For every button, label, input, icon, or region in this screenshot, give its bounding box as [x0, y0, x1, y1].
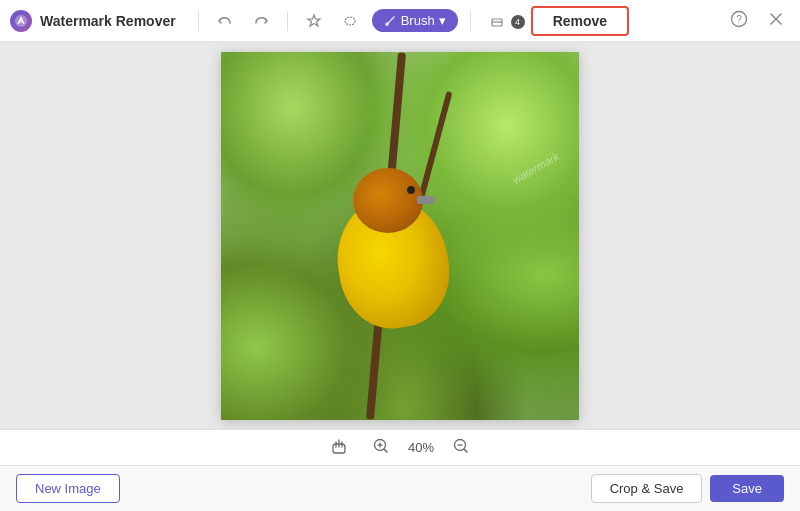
svg-line-17 — [464, 449, 467, 452]
bird-body — [328, 168, 458, 328]
redo-button[interactable] — [247, 9, 275, 33]
svg-marker-2 — [308, 15, 320, 26]
watermark-overlay: watermark — [510, 150, 560, 186]
footer: New Image Crop & Save Save — [0, 465, 800, 511]
zoom-out-button[interactable] — [446, 435, 476, 461]
help-button[interactable]: ? — [724, 6, 754, 36]
brush-chevron-icon: ▾ — [439, 13, 446, 28]
crop-save-button[interactable]: Crop & Save — [591, 474, 703, 503]
remove-button[interactable]: Remove — [531, 6, 629, 36]
main-canvas: watermark — [0, 42, 800, 429]
lasso-tool-button[interactable] — [336, 9, 364, 33]
app-title: Watermark Remover — [40, 13, 176, 29]
title-bar: Watermark Remover Brush ▾ — [0, 0, 800, 42]
close-button[interactable] — [762, 7, 790, 35]
zoom-toolbar: 40% — [0, 429, 800, 465]
svg-text:?: ? — [736, 14, 742, 25]
svg-point-4 — [385, 22, 389, 26]
divider-2 — [287, 11, 288, 31]
notification-badge: 4 — [511, 15, 525, 29]
hand-tool-button[interactable] — [324, 435, 354, 461]
bird-eye — [407, 186, 415, 194]
zoom-in-button[interactable] — [366, 435, 396, 461]
divider-1 — [198, 11, 199, 31]
bird-beak — [417, 196, 435, 204]
divider-3 — [470, 11, 471, 31]
image-container[interactable]: watermark — [221, 52, 579, 420]
zoom-level-text: 40% — [408, 440, 434, 455]
brush-label: Brush — [401, 13, 435, 28]
svg-line-14 — [384, 449, 387, 452]
svg-point-3 — [345, 17, 355, 25]
new-image-button[interactable]: New Image — [16, 474, 120, 503]
eraser-tool-button[interactable] — [483, 9, 511, 33]
bird-head — [353, 168, 423, 233]
undo-button[interactable] — [211, 9, 239, 33]
star-tool-button[interactable] — [300, 9, 328, 33]
bird-image: watermark — [221, 52, 579, 420]
brush-tool-button[interactable]: Brush ▾ — [372, 9, 458, 32]
svg-point-1 — [19, 19, 23, 23]
save-button[interactable]: Save — [710, 475, 784, 502]
app-logo — [10, 10, 32, 32]
